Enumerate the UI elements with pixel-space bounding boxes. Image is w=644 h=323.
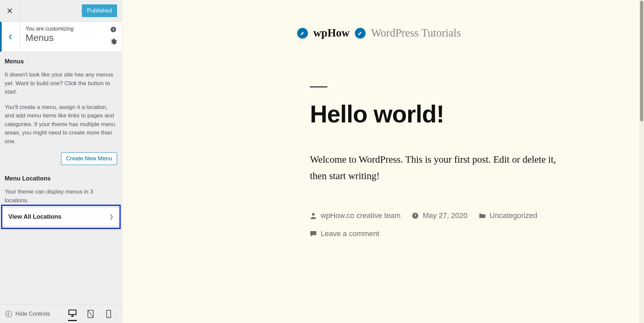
create-row: Create New Menu bbox=[5, 152, 117, 165]
desktop-icon bbox=[68, 310, 76, 317]
svg-point-2 bbox=[6, 311, 12, 317]
person-icon bbox=[310, 212, 317, 219]
site-preview[interactable]: wpHow WordPress Tutorials Hello world! W… bbox=[122, 0, 644, 323]
post-category: Uncategorized bbox=[490, 211, 537, 220]
close-button[interactable] bbox=[0, 0, 19, 21]
author-meta[interactable]: wpHow.co creative team bbox=[310, 211, 400, 220]
svg-rect-3 bbox=[69, 310, 76, 315]
menus-para2: You'll create a menu, assign it a locati… bbox=[5, 103, 117, 146]
post-article: Hello world! Welcome to WordPress. This … bbox=[122, 39, 572, 238]
view-all-label: View All Locations bbox=[8, 213, 61, 220]
settings-button[interactable] bbox=[110, 38, 117, 47]
menus-para1: It doesn't look like your site has any m… bbox=[5, 70, 117, 96]
svg-point-7 bbox=[312, 213, 315, 216]
comment-meta[interactable]: Leave a comment bbox=[310, 229, 379, 238]
clock-icon bbox=[412, 212, 419, 219]
comment-icon bbox=[310, 230, 317, 237]
sidebar-header-row: You are customizing Menus ? bbox=[0, 22, 122, 52]
edit-shortcut-title[interactable] bbox=[297, 27, 309, 39]
date-meta[interactable]: May 27, 2020 bbox=[412, 211, 467, 220]
post-date: May 27, 2020 bbox=[423, 211, 467, 220]
back-button[interactable] bbox=[0, 22, 19, 52]
section-header: You are customizing Menus ? bbox=[19, 22, 122, 52]
edit-shortcut-tagline[interactable] bbox=[354, 27, 366, 39]
post-body: Welcome to WordPress. This is your first… bbox=[310, 151, 568, 184]
pencil-icon bbox=[358, 31, 363, 36]
site-tagline: WordPress Tutorials bbox=[371, 27, 461, 39]
pencil-icon bbox=[300, 31, 305, 36]
svg-point-6 bbox=[108, 316, 109, 317]
device-switcher bbox=[68, 307, 116, 321]
hide-controls-button[interactable]: Hide Controls bbox=[5, 311, 62, 317]
mobile-view-button[interactable] bbox=[104, 307, 113, 321]
folder-icon bbox=[479, 212, 486, 219]
desktop-view-button[interactable] bbox=[68, 307, 77, 321]
post-title[interactable]: Hello world! bbox=[310, 100, 572, 128]
sidebar-footer: Hide Controls bbox=[0, 304, 122, 323]
hide-controls-label: Hide Controls bbox=[15, 311, 50, 317]
panel-body: Menus It doesn't look like your site has… bbox=[0, 52, 122, 304]
locations-text: Your theme can display menus in 3 locati… bbox=[5, 187, 117, 205]
section-title: Menus bbox=[25, 33, 116, 43]
chevron-left-icon bbox=[8, 34, 12, 40]
svg-text:?: ? bbox=[112, 28, 114, 32]
publish-cell: Published bbox=[19, 0, 122, 21]
category-meta[interactable]: Uncategorized bbox=[479, 211, 537, 220]
highlight-annotation: View All Locations bbox=[1, 205, 121, 229]
scroll-thumb[interactable] bbox=[640, 1, 643, 121]
locations-heading: Menu Locations bbox=[5, 175, 117, 182]
mobile-icon bbox=[106, 310, 111, 318]
customizing-label: You are customizing bbox=[25, 26, 116, 32]
close-icon bbox=[7, 8, 13, 14]
preview-scrollbar[interactable] bbox=[639, 0, 644, 323]
comment-link: Leave a comment bbox=[321, 229, 379, 238]
tablet-view-button[interactable] bbox=[86, 307, 95, 321]
view-all-locations-item[interactable]: View All Locations bbox=[2, 208, 119, 226]
gear-icon bbox=[110, 38, 117, 45]
sidebar-top-row: Published bbox=[0, 0, 122, 22]
post-meta: wpHow.co creative team May 27, 2020 Unca… bbox=[310, 211, 572, 238]
help-button[interactable]: ? bbox=[110, 26, 116, 34]
customizer-sidebar: Published You are customizing Menus ? Me… bbox=[0, 0, 122, 323]
site-title[interactable]: wpHow bbox=[313, 27, 350, 39]
author-name: wpHow.co creative team bbox=[321, 211, 400, 220]
tablet-icon bbox=[87, 310, 94, 318]
chevron-right-icon bbox=[109, 214, 113, 220]
help-icon: ? bbox=[110, 26, 116, 33]
title-divider bbox=[310, 86, 327, 88]
menus-heading: Menus bbox=[5, 58, 117, 65]
published-button[interactable]: Published bbox=[82, 4, 117, 17]
collapse-icon bbox=[5, 311, 12, 317]
create-menu-button[interactable]: Create New Menu bbox=[61, 152, 117, 165]
site-header: wpHow WordPress Tutorials bbox=[122, 0, 644, 39]
